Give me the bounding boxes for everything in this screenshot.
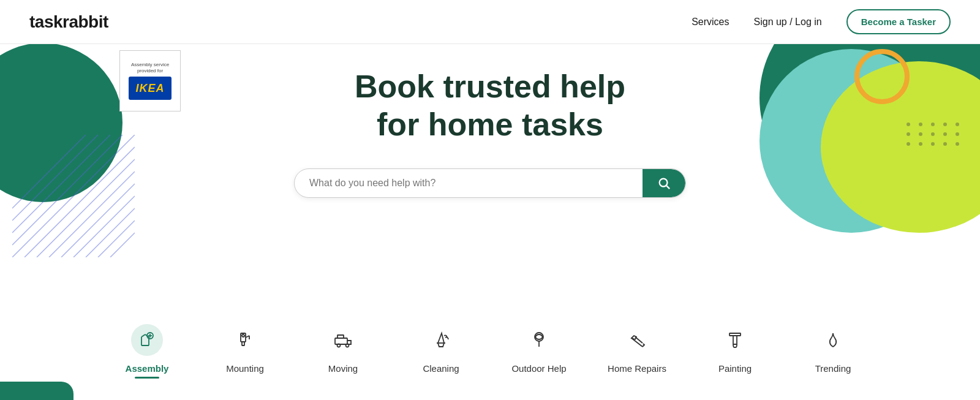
painting-icon-wrap — [719, 324, 751, 356]
svg-line-12 — [12, 135, 86, 208]
category-mounting[interactable]: Mounting — [196, 314, 294, 379]
svg-line-9 — [12, 135, 123, 245]
ikea-logo-text: IKEA — [135, 82, 164, 95]
painting-icon — [725, 330, 745, 350]
outdoor-icon — [529, 330, 549, 350]
mounting-icon — [235, 330, 255, 350]
svg-line-5 — [74, 196, 135, 257]
svg-line-14 — [666, 186, 669, 189]
category-trending[interactable]: Trending — [784, 314, 882, 379]
assembly-label: Assembly — [126, 363, 169, 374]
svg-line-2 — [37, 159, 135, 257]
hero-content: Book trusted help for home tasks — [276, 67, 704, 198]
assembly-icon — [137, 330, 157, 350]
login-link[interactable]: Sign up / Log in — [754, 17, 822, 28]
outdoor-icon-wrap — [523, 324, 555, 356]
category-assembly[interactable]: Assembly — [98, 314, 196, 379]
svg-rect-23 — [335, 338, 347, 344]
svg-line-1 — [24, 147, 135, 257]
home-repairs-icon — [627, 330, 647, 350]
hero-title: Book trusted help for home tasks — [276, 67, 704, 144]
category-home-repairs[interactable]: Home Repairs — [588, 314, 686, 379]
svg-line-4 — [61, 184, 135, 257]
svg-line-8 — [110, 233, 135, 257]
green-bottom-bar — [0, 382, 74, 400]
category-moving[interactable]: Moving — [294, 314, 392, 379]
mounting-icon-wrap — [229, 324, 261, 356]
category-painting[interactable]: Painting — [686, 314, 784, 379]
bg-lines-decoration — [12, 135, 135, 257]
svg-point-13 — [660, 178, 668, 186]
home-repairs-label: Home Repairs — [608, 363, 666, 374]
main-nav: Services Sign up / Log in Become a Taske… — [692, 9, 951, 34]
trending-label: Trending — [815, 363, 851, 374]
category-cleaning[interactable]: Cleaning — [392, 314, 490, 379]
ikea-logo-box: IKEA — [129, 77, 172, 100]
svg-rect-26 — [337, 335, 344, 338]
svg-line-6 — [86, 208, 135, 257]
svg-point-28 — [535, 333, 543, 341]
logo[interactable]: taskrabbit — [29, 12, 108, 32]
moving-label: Moving — [328, 363, 358, 374]
search-input[interactable] — [295, 169, 643, 197]
mounting-label: Mounting — [226, 363, 264, 374]
become-tasker-button[interactable]: Become a Tasker — [846, 9, 951, 34]
search-bar — [294, 168, 686, 198]
home-repairs-icon-wrap — [621, 324, 653, 356]
moving-icon — [333, 330, 353, 350]
painting-label: Painting — [718, 363, 752, 374]
svg-point-25 — [346, 344, 349, 347]
assembly-icon-wrap — [131, 324, 163, 356]
svg-line-11 — [12, 135, 98, 221]
svg-point-20 — [242, 334, 244, 337]
main-content: Assembly service provided for IKEA Book … — [0, 0, 980, 400]
services-link[interactable]: Services — [692, 17, 729, 28]
trending-icon-wrap — [817, 324, 849, 356]
bg-ring-decoration — [854, 49, 910, 104]
svg-rect-32 — [733, 336, 737, 344]
cleaning-label: Cleaning — [423, 363, 459, 374]
category-outdoor-help[interactable]: Outdoor Help — [490, 314, 588, 379]
svg-line-10 — [12, 135, 110, 233]
cleaning-icon — [431, 330, 451, 350]
moving-icon-wrap — [327, 324, 359, 356]
svg-rect-19 — [242, 342, 244, 345]
header: taskrabbit Services Sign up / Log in Bec… — [0, 0, 980, 44]
ikea-small-text: Assembly service provided for — [124, 62, 176, 75]
search-button[interactable] — [643, 169, 685, 197]
cleaning-icon-wrap — [425, 324, 457, 356]
search-icon — [657, 176, 671, 190]
outdoor-label: Outdoor Help — [511, 363, 566, 374]
svg-point-24 — [337, 344, 341, 347]
svg-line-3 — [49, 172, 135, 257]
categories-bar: Assembly Mounting — [0, 302, 980, 400]
trending-icon — [823, 330, 843, 350]
ikea-badge: Assembly service provided for IKEA — [119, 50, 181, 111]
bg-dots-decoration — [907, 123, 962, 146]
